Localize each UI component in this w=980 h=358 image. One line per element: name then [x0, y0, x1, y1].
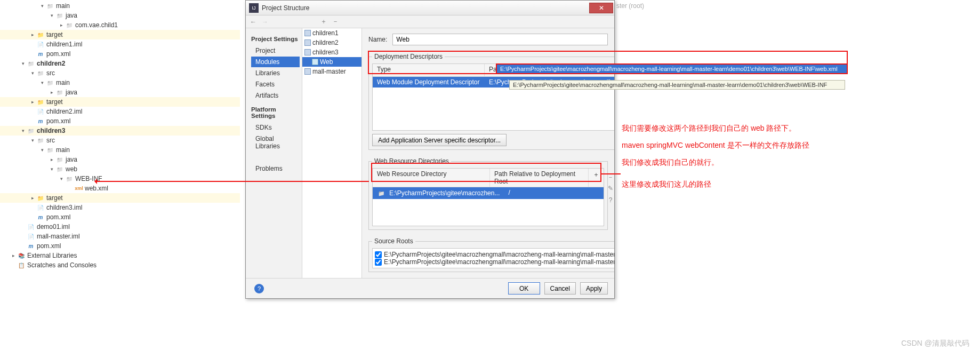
annotation-text: maven springMVC webContent 是不一样的文件存放路径	[622, 141, 809, 150]
annotation-text: 我们修改成我们自己的就行。	[622, 158, 719, 168]
tree-item[interactable]: mpom.xml	[0, 212, 240, 222]
tooltip: E:\PycharmProjects\gitee\macrozhengmall\…	[509, 80, 845, 90]
annotation-box	[368, 51, 848, 74]
annotation-arrow	[96, 181, 369, 182]
sidebar-item-global-libraries[interactable]: Global Libraries	[251, 133, 300, 152]
tree-item[interactable]: 📄mall-master.iml	[0, 232, 240, 241]
dialog-footer: ? OK Cancel Apply	[246, 278, 614, 298]
annotation-box	[371, 163, 601, 182]
tree-item[interactable]: ▾main	[0, 78, 240, 87]
tree-item[interactable]: ▾java	[0, 11, 240, 20]
module-item[interactable]: mall-master	[302, 67, 362, 76]
sidebar-item-sdks[interactable]: SDKs	[251, 122, 300, 133]
annotation-text: 这里修改成我们这儿的路径	[622, 180, 711, 189]
tree-item[interactable]: ▾WEB-INF	[0, 174, 240, 184]
sidebar-item-libraries[interactable]: Libraries	[251, 68, 300, 78]
close-button[interactable]: ✕	[589, 3, 613, 13]
tree-item[interactable]: ▾src	[0, 136, 240, 145]
tree-item[interactable]: ▾main	[0, 145, 240, 155]
module-item[interactable]: children1	[302, 28, 362, 38]
module-item[interactable]: children2	[302, 38, 362, 47]
sidebar-item-artifacts[interactable]: Artifacts	[251, 90, 300, 101]
section-header: Platform Settings	[251, 106, 300, 119]
sidebar-item-modules[interactable]: Modules	[251, 57, 300, 67]
tree-item[interactable]: mpom.xml	[0, 241, 240, 251]
folder-icon	[377, 189, 385, 197]
forward-icon[interactable]: →	[261, 18, 269, 26]
titlebar: IJ Project Structure ✕	[246, 1, 614, 15]
settings-sidebar: Project Settings Project Modules Librari…	[246, 28, 302, 278]
tree-item[interactable]: 📄demo01.iml	[0, 222, 240, 232]
tree-item[interactable]: ▸com.vae.child1	[0, 20, 240, 30]
tree-item[interactable]: ▸📁target	[0, 97, 240, 107]
project-structure-dialog: IJ Project Structure ✕ ← → ＋ － Project S…	[245, 0, 615, 299]
module-item[interactable]: children3	[302, 47, 362, 57]
remove-icon[interactable]: －	[331, 17, 340, 26]
name-label: Name:	[368, 36, 387, 43]
resource-dir-row[interactable]: E:\PycharmProjects\gitee\macrozhen... /	[373, 187, 604, 199]
help-icon[interactable]: ?	[606, 196, 614, 206]
modules-list: children1 children2 children3 Web mall-m…	[302, 28, 362, 278]
name-input[interactable]	[392, 34, 608, 45]
tree-item[interactable]: ▾src	[0, 68, 240, 78]
tree-item[interactable]: ▸📁target	[0, 30, 240, 39]
section-header: Project Settings	[251, 36, 300, 42]
sidebar-item-facets[interactable]: Facets	[251, 79, 300, 90]
tree-item[interactable]: 📄children1.iml	[0, 39, 240, 49]
sidebar-item-problems[interactable]: Problems	[251, 163, 300, 174]
sidebar-item-project[interactable]: Project	[251, 45, 300, 56]
tree-item[interactable]: ▾children2	[0, 59, 240, 68]
watermark: CSDN @清晨敲代码	[901, 339, 969, 348]
source-root-item[interactable]: E:\PycharmProjects\gitee\macrozhengmall\…	[375, 251, 614, 258]
add-icon[interactable]: ＋	[319, 17, 328, 26]
tree-item[interactable]: 📋Scratches and Consoles	[0, 260, 240, 270]
tree-item[interactable]: ▸java	[0, 155, 240, 164]
annotation-arrow	[601, 173, 621, 174]
source-root-item[interactable]: E:\PycharmProjects\gitee\macrozhengmall\…	[375, 258, 614, 266]
dialog-toolbar: ← → ＋ －	[246, 15, 614, 28]
tree-item[interactable]: 📄children3.iml	[0, 203, 240, 212]
tree-item[interactable]: ▸📁target	[0, 193, 240, 203]
source-roots: Source Roots E:\PycharmProjects\gitee\ma…	[368, 237, 614, 272]
tree-item[interactable]: ▸📚External Libraries	[0, 251, 240, 260]
tree-item[interactable]: ▾web	[0, 164, 240, 174]
edit-icon[interactable]: ✎	[606, 185, 614, 194]
ok-button[interactable]: OK	[508, 282, 540, 295]
module-item-web[interactable]: Web	[302, 57, 362, 67]
tree-item[interactable]: mpom.xml	[0, 116, 240, 126]
tree-item[interactable]: xmlweb.xml	[0, 184, 240, 193]
annotation-text: 我们需要修改这两个路径到我们自己的 web 路径下。	[622, 124, 796, 133]
apply-button[interactable]: Apply	[580, 282, 608, 295]
tree-item[interactable]: 📄children2.iml	[0, 107, 240, 116]
tree-item[interactable]: ▾children3	[0, 126, 240, 136]
tree-item[interactable]: ▸java	[0, 87, 240, 97]
tree-item[interactable]: mpom.xml	[0, 49, 240, 59]
tree-item[interactable]: ▾main	[0, 1, 240, 11]
dialog-title: Project Structure	[262, 4, 589, 12]
cancel-button[interactable]: Cancel	[544, 282, 576, 295]
help-icon[interactable]: ?	[254, 284, 264, 293]
intellij-icon: IJ	[249, 3, 259, 13]
back-icon[interactable]: ←	[249, 18, 258, 26]
project-tree: ▾main ▾java ▸com.vae.child1 ▸📁target 📄ch…	[0, 0, 240, 358]
add-descriptor-button[interactable]: Add Application Server specific descript…	[372, 134, 507, 146]
root-suffix: ster (root)	[616, 2, 644, 10]
